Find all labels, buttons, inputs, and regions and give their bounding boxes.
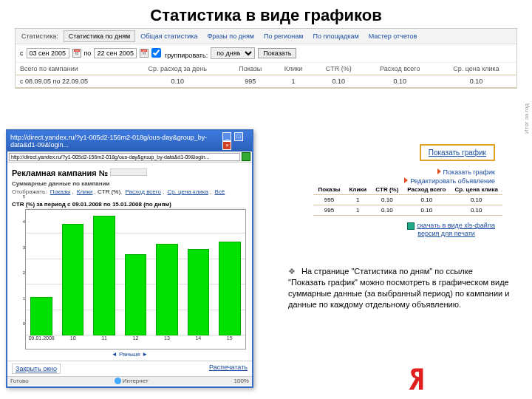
col-spend: Расход всего xyxy=(364,63,436,75)
from-label: с xyxy=(20,50,24,57)
cell: 0.10 xyxy=(313,75,364,88)
campaign-title: Рекламная кампания № xyxy=(12,168,108,177)
cell: 0.10 xyxy=(364,75,436,88)
metric-links: Отображать: Показы, Клики, CTR (%), Расх… xyxy=(12,187,248,198)
bullet-icon: ❖ xyxy=(288,266,296,277)
table-row: 995 1 0.10 0.10 0.10 xyxy=(313,205,502,216)
xls-icon xyxy=(407,222,415,230)
summary-label: Суммарные данные по кампании xyxy=(12,180,109,187)
tab-by-day[interactable]: Статистика по дням xyxy=(64,30,135,42)
date-to-input[interactable] xyxy=(94,48,137,58)
mc: 0.10 xyxy=(450,195,502,205)
mc: 0.10 xyxy=(403,205,450,216)
group-checkbox[interactable] xyxy=(151,48,161,58)
xls-download-link[interactable]: скачать в виде xls-файла xyxy=(417,222,495,229)
mc: 995 xyxy=(313,195,344,205)
metric-link[interactable]: Расход всего xyxy=(126,188,161,195)
status-zone: Интернет xyxy=(123,378,149,384)
mh: Расход всего xyxy=(403,185,450,195)
table-row: с 08.09.05 по 22.09.05 0.10 995 1 0.10 0… xyxy=(16,75,516,88)
col-campaign: Всего по кампании xyxy=(16,63,128,75)
tab-phrases[interactable]: Фразы по дням xyxy=(202,31,259,41)
group-label: группировать: xyxy=(165,52,208,59)
sublink-graph[interactable]: Показать график xyxy=(404,167,495,176)
mc: 0.10 xyxy=(371,205,403,216)
popup-body: Рекламная кампания № Суммарные данные по… xyxy=(7,163,252,361)
group-block: группировать: xyxy=(151,48,208,59)
date-from-input[interactable] xyxy=(27,48,69,58)
col-ctr: CTR (%) xyxy=(313,63,364,75)
summary-table: Всего по кампании Ср. расход за день Пок… xyxy=(16,63,516,88)
show-button[interactable]: Показать xyxy=(258,48,296,58)
chart-bar xyxy=(188,249,210,335)
window-titlebar[interactable]: http://direct.yandex.ru/?y1-005d2-156m2-… xyxy=(7,131,252,151)
group-select[interactable]: по дням xyxy=(211,47,255,59)
chart-bar xyxy=(93,216,115,335)
download-links: скачать в виде xls-файла версия для печа… xyxy=(407,222,495,237)
go-icon[interactable] xyxy=(242,152,250,161)
print-link[interactable]: Распечатать xyxy=(209,364,248,374)
status-zoom: 100% xyxy=(234,378,249,384)
status-bar: Готово Интернет 100% xyxy=(7,376,252,385)
calendar-icon[interactable]: 📅 xyxy=(72,49,81,58)
link-box: Показать график Показать график Редактир… xyxy=(404,144,495,185)
table-row: 995 1 0.10 0.10 0.10 xyxy=(313,195,502,205)
description-text: На странице "Статистика по дням" по ссыл… xyxy=(288,267,509,309)
row-period: с 08.09.05 по 22.09.05 xyxy=(16,75,128,88)
col-avg-spend: Ср. расход за день xyxy=(128,63,227,75)
campaign-id-blur xyxy=(110,168,147,176)
cell: 0.10 xyxy=(436,75,516,88)
description: ❖ На странице "Статистика по дням" по сс… xyxy=(288,266,510,310)
tab-sites[interactable]: По площадкам xyxy=(308,31,363,41)
mc: 0.10 xyxy=(371,195,403,205)
mini-table: Показы Клики CTR (%) Расход всего Ср. це… xyxy=(313,185,502,216)
cell: 995 xyxy=(227,75,273,88)
mh: Клики xyxy=(344,185,371,195)
print-version-link[interactable]: версия для печати xyxy=(407,230,495,237)
cell: 0.10 xyxy=(128,75,227,88)
calendar-icon[interactable]: 📅 xyxy=(140,49,149,58)
col-clicks: Клики xyxy=(273,63,313,75)
yandex-logo-icon xyxy=(406,366,432,395)
cell: 1 xyxy=(273,75,313,88)
close-window-button[interactable]: Закрыть окно xyxy=(12,364,61,374)
x-axis: 09.01.2008101112131415 xyxy=(26,335,245,349)
chart-scroll[interactable]: ◄ Раньше ► xyxy=(12,349,248,358)
mc: 0.10 xyxy=(450,205,502,216)
tabs-row: Статистика: Статистика по дням Общая ста… xyxy=(16,29,516,44)
col-cpc: Ср. цена клика xyxy=(436,63,516,75)
window-url: http://direct.yandex.ru/?y1-005d2-156m2-… xyxy=(10,134,222,149)
globe-icon xyxy=(115,378,121,384)
url-field[interactable]: http://direct.yandex.ru/?y1-005d2-156m2-… xyxy=(9,153,240,161)
chart-bar xyxy=(30,297,52,335)
chart-bar xyxy=(62,224,84,335)
metric-link[interactable]: Всё xyxy=(214,188,225,195)
tab-report[interactable]: Мастер отчетов xyxy=(364,31,422,41)
to-label: по xyxy=(84,50,92,57)
mc: 1 xyxy=(344,205,371,216)
sublink-edit[interactable]: Редактировать объявление xyxy=(404,176,495,185)
stats-panel: Статистика: Статистика по дням Общая ста… xyxy=(15,28,517,89)
mc: 0.10 xyxy=(403,195,450,205)
tabs-label: Статистика: xyxy=(17,31,63,41)
minimize-icon[interactable]: _ xyxy=(222,132,231,141)
side-label: Итог за год xyxy=(523,103,530,134)
metric-current: CTR (%) xyxy=(98,188,120,195)
status-left: Готово xyxy=(10,378,29,384)
chart-bar xyxy=(156,244,178,335)
tab-regions[interactable]: По регионам xyxy=(259,31,307,41)
maximize-icon[interactable]: □ xyxy=(234,132,243,141)
mc: 995 xyxy=(313,205,344,216)
chart-popup-window: http://direct.yandex.ru/?y1-005d2-156m2-… xyxy=(6,129,253,388)
chart-area: 09.01.2008101112131415 xyxy=(25,209,246,349)
mh: Ср. цена клика xyxy=(450,185,502,195)
col-impressions: Показы xyxy=(227,63,273,75)
popup-footer: Закрыть окно Распечатать xyxy=(7,361,252,376)
metric-link[interactable]: Ср. цена клика xyxy=(167,188,208,195)
metric-link[interactable]: Клики xyxy=(77,188,93,195)
metric-link[interactable]: Показы xyxy=(50,188,71,195)
show-graph-link[interactable]: Показать график xyxy=(420,144,495,161)
tab-overall[interactable]: Общая статистика xyxy=(136,31,202,41)
chart-bar xyxy=(125,254,147,335)
close-icon[interactable]: × xyxy=(222,141,231,150)
